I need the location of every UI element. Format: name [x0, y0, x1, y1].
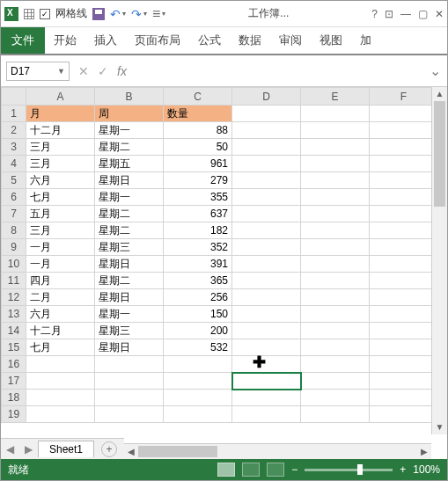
cell-A2[interactable]: 十二月: [26, 122, 95, 139]
grid[interactable]: ABCDEF 1月周数量2十二月星期一883三月星期二504三月星期五9615六…: [1, 87, 438, 423]
save-icon[interactable]: [92, 8, 105, 20]
cell-D19[interactable]: [232, 406, 301, 423]
enter-icon[interactable]: ✓: [98, 64, 108, 78]
cell-A16[interactable]: [26, 356, 95, 373]
tab-3[interactable]: 公式: [189, 27, 230, 54]
redo-icon[interactable]: ↷: [131, 7, 142, 21]
cell-E13[interactable]: [301, 306, 370, 323]
cell-C8[interactable]: 182: [164, 222, 232, 239]
cell-A15[interactable]: 七月: [26, 339, 95, 356]
cell-E8[interactable]: [301, 222, 370, 239]
cell-E18[interactable]: [301, 390, 370, 406]
vscroll-thumb[interactable]: [434, 101, 445, 207]
col-header-D[interactable]: D: [232, 88, 301, 106]
cell-D17[interactable]: [232, 373, 301, 390]
cell-F4[interactable]: [370, 156, 438, 172]
cell-A12[interactable]: 二月: [26, 289, 95, 306]
cancel-icon[interactable]: ✕: [78, 64, 89, 78]
cell-F7[interactable]: [370, 206, 438, 222]
row-header-5[interactable]: 5: [2, 172, 26, 189]
col-header-E[interactable]: E: [301, 88, 370, 106]
cell-D16[interactable]: [232, 356, 301, 373]
cell-D8[interactable]: [232, 222, 301, 239]
col-header-A[interactable]: A: [26, 88, 95, 106]
tab-4[interactable]: 数据: [230, 27, 270, 54]
cell-E16[interactable]: [301, 356, 370, 373]
cell-A9[interactable]: 一月: [26, 239, 95, 256]
cell-E2[interactable]: [301, 122, 370, 139]
row-header-7[interactable]: 7: [2, 206, 26, 222]
cell-A13[interactable]: 六月: [26, 306, 95, 323]
row-header-15[interactable]: 15: [2, 339, 26, 356]
formula-input[interactable]: [136, 62, 424, 81]
cell-A1[interactable]: 月: [26, 106, 95, 122]
row-header-12[interactable]: 12: [2, 289, 26, 306]
sheet-tab-1[interactable]: Sheet1: [38, 441, 94, 457]
cell-B4[interactable]: 星期五: [95, 156, 164, 172]
zoom-knob[interactable]: [357, 464, 363, 475]
cell-D18[interactable]: [232, 390, 301, 406]
add-sheet-icon[interactable]: +: [101, 441, 117, 457]
row-header-16[interactable]: 16: [2, 356, 26, 373]
cell-D4[interactable]: [232, 156, 301, 172]
cell-B14[interactable]: 星期三: [95, 323, 164, 339]
view-layout-icon[interactable]: [242, 463, 260, 477]
cell-A6[interactable]: 七月: [26, 189, 95, 206]
cell-D7[interactable]: [232, 206, 301, 222]
cell-D12[interactable]: [232, 289, 301, 306]
cell-A19[interactable]: [26, 406, 95, 423]
cell-A18[interactable]: [26, 390, 95, 406]
cell-C11[interactable]: 365: [164, 273, 232, 289]
cell-B19[interactable]: [95, 406, 164, 423]
cell-B11[interactable]: 星期二: [95, 273, 164, 289]
cell-D15[interactable]: [232, 339, 301, 356]
cell-B16[interactable]: [95, 356, 164, 373]
cell-A4[interactable]: 三月: [26, 156, 95, 172]
row-header-2[interactable]: 2: [2, 122, 26, 139]
cell-E4[interactable]: [301, 156, 370, 172]
cell-D14[interactable]: [232, 323, 301, 339]
cell-F16[interactable]: [370, 356, 438, 373]
cell-C19[interactable]: [164, 406, 232, 423]
tab-5[interactable]: 审阅: [270, 27, 311, 54]
cell-E19[interactable]: [301, 406, 370, 423]
row-header-1[interactable]: 1: [2, 106, 26, 122]
cell-F2[interactable]: [370, 122, 438, 139]
cell-B10[interactable]: 星期日: [95, 256, 164, 273]
cell-C7[interactable]: 637: [164, 206, 232, 222]
cell-B15[interactable]: 星期日: [95, 339, 164, 356]
cell-E15[interactable]: [301, 339, 370, 356]
col-header-C[interactable]: C: [164, 88, 232, 106]
name-box[interactable]: D17 ▼: [6, 62, 70, 81]
cell-F19[interactable]: [370, 406, 438, 423]
cell-F17[interactable]: [370, 373, 438, 390]
cell-F12[interactable]: [370, 289, 438, 306]
cell-A8[interactable]: 三月: [26, 222, 95, 239]
cell-C12[interactable]: 256: [164, 289, 232, 306]
minimize-icon[interactable]: —: [400, 8, 411, 20]
view-normal-icon[interactable]: [217, 463, 235, 477]
view-pagebreak-icon[interactable]: [267, 463, 284, 477]
cell-F6[interactable]: [370, 189, 438, 206]
cell-C1[interactable]: 数量: [164, 106, 232, 122]
fx-icon[interactable]: fx: [117, 64, 127, 78]
row-header-13[interactable]: 13: [2, 306, 26, 323]
vertical-scrollbar[interactable]: ▲ ▼: [431, 87, 447, 434]
zoom-in-icon[interactable]: +: [400, 463, 406, 476]
row-header-14[interactable]: 14: [2, 323, 26, 339]
cell-C10[interactable]: 391: [164, 256, 232, 273]
cell-C2[interactable]: 88: [164, 122, 232, 139]
cell-F15[interactable]: [370, 339, 438, 356]
cell-D2[interactable]: [232, 122, 301, 139]
row-header-10[interactable]: 10: [2, 256, 26, 273]
cell-F8[interactable]: [370, 222, 438, 239]
cell-F5[interactable]: [370, 172, 438, 189]
cell-E17[interactable]: [301, 373, 370, 390]
cell-C16[interactable]: [164, 356, 232, 373]
tab-0[interactable]: 开始: [45, 27, 85, 54]
cell-A14[interactable]: 十二月: [26, 323, 95, 339]
cell-B1[interactable]: 周: [95, 106, 164, 122]
cell-E5[interactable]: [301, 172, 370, 189]
cell-F13[interactable]: [370, 306, 438, 323]
help-icon[interactable]: ?: [371, 8, 378, 20]
